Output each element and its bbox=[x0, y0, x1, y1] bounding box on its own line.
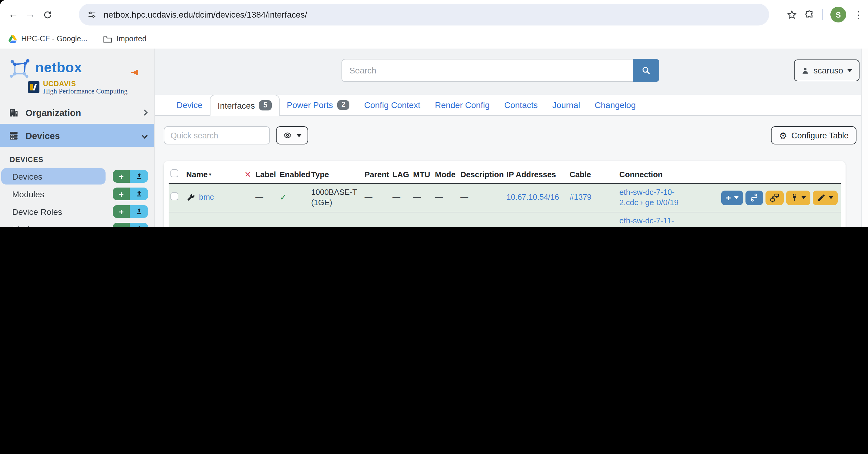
site-info-icon[interactable] bbox=[87, 10, 96, 19]
import-button[interactable] bbox=[130, 205, 148, 218]
disconnect-button[interactable] bbox=[766, 190, 784, 205]
bookmark-imported-folder[interactable]: Imported bbox=[103, 35, 147, 43]
tab-changelog[interactable]: Changelog bbox=[587, 95, 643, 115]
chevron-down-icon bbox=[829, 196, 833, 200]
tab-label: Contacts bbox=[504, 100, 538, 110]
netbox-logo-icon bbox=[10, 58, 30, 79]
cable-connect-button[interactable] bbox=[786, 190, 810, 205]
column-header-enabled[interactable]: Enabled bbox=[278, 164, 309, 183]
browser-menu-icon[interactable]: ⋮ bbox=[854, 9, 863, 20]
trace-icon bbox=[750, 193, 759, 203]
column-header-ip-addresses[interactable]: IP Addresses bbox=[505, 164, 568, 183]
url-text: netbox.hpc.ucdavis.edu/dcim/devices/1384… bbox=[104, 10, 307, 20]
sidebar-item-actions: + bbox=[113, 187, 148, 200]
extensions-icon[interactable] bbox=[804, 9, 815, 20]
back-icon[interactable]: ← bbox=[5, 6, 22, 23]
interface-link[interactable]: bmc bbox=[199, 193, 214, 203]
ip-address-link[interactable]: 10.67.10.54/16 bbox=[506, 193, 559, 202]
tab-interfaces[interactable]: Interfaces5 bbox=[210, 95, 280, 116]
google-drive-icon bbox=[8, 35, 17, 43]
cell-cable: #1379 bbox=[568, 183, 618, 212]
tab-device[interactable]: Device bbox=[169, 95, 210, 115]
column-header-type[interactable]: Type bbox=[309, 164, 363, 183]
netbox-logo[interactable]: netbox UCDAVIS High Performance Computin… bbox=[0, 49, 154, 101]
add-button[interactable]: + bbox=[113, 187, 130, 200]
sidebar-item-platforms[interactable]: Platforms+ bbox=[0, 220, 154, 227]
address-bar[interactable]: netbox.hpc.ucdavis.edu/dcim/devices/1384… bbox=[79, 4, 769, 26]
sidebar-group-organization[interactable]: Organization bbox=[0, 101, 154, 124]
edit-button[interactable] bbox=[813, 190, 838, 205]
tab-content: ⚙ Configure Table Name▾✕LabelEnabledType… bbox=[155, 116, 868, 227]
cell-parent: — bbox=[363, 183, 391, 212]
user-menu-button[interactable]: scaruso bbox=[794, 59, 860, 81]
select-all-checkbox[interactable] bbox=[168, 164, 184, 183]
tab-power-ports[interactable]: Power Ports2 bbox=[279, 95, 356, 115]
sidebar-item-actions: + bbox=[113, 205, 148, 218]
tab-contacts[interactable]: Contacts bbox=[497, 95, 545, 115]
building-icon bbox=[8, 107, 19, 117]
chevron-down-icon bbox=[847, 69, 852, 72]
reload-icon[interactable] bbox=[39, 6, 56, 23]
add-button[interactable]: + bbox=[113, 170, 130, 183]
connection-link[interactable]: eth-sw-dc-7-10-2.cdc › ge-0/0/19 bbox=[619, 187, 678, 207]
add-button[interactable]: + bbox=[113, 223, 130, 227]
sort-caret-icon: ▾ bbox=[209, 172, 211, 177]
column-header-actions bbox=[691, 164, 841, 183]
add-component-button[interactable]: + bbox=[721, 190, 743, 205]
quick-search-input[interactable] bbox=[164, 126, 270, 145]
add-button[interactable]: + bbox=[113, 205, 130, 218]
column-header-label[interactable]: Label bbox=[253, 164, 278, 183]
pin-icon[interactable] bbox=[131, 69, 141, 76]
cell-parent: — bbox=[363, 212, 391, 227]
column-header-mode[interactable]: Mode bbox=[433, 164, 459, 183]
sidebar-group-devices[interactable]: Devices bbox=[0, 124, 154, 147]
star-icon[interactable] bbox=[787, 9, 797, 20]
visibility-toggle-button[interactable] bbox=[276, 126, 308, 145]
search-input[interactable] bbox=[341, 59, 633, 82]
clear-sort-button[interactable]: ✕ bbox=[243, 164, 253, 183]
column-header-cable[interactable]: Cable bbox=[568, 164, 618, 183]
plus-icon: + bbox=[725, 193, 731, 202]
cell-clear bbox=[243, 183, 253, 212]
import-button[interactable] bbox=[130, 187, 148, 200]
cell-label: — bbox=[253, 212, 278, 227]
browser-profile-avatar[interactable]: S bbox=[830, 7, 846, 23]
sidebar-item-device-roles[interactable]: Device Roles+ bbox=[0, 203, 154, 220]
column-header-parent[interactable]: Parent bbox=[363, 164, 391, 183]
cable-link[interactable]: #1379 bbox=[569, 193, 591, 202]
import-button[interactable] bbox=[130, 223, 148, 227]
person-icon bbox=[801, 66, 809, 74]
connection-link[interactable]: eth-sw-dc-7-11-94.cdc (20233004913) › et… bbox=[619, 216, 689, 227]
sidebar-item-label: Device Roles bbox=[0, 207, 113, 216]
cell-description: — bbox=[459, 212, 505, 227]
wrench-icon bbox=[186, 193, 195, 203]
tab-render-config[interactable]: Render Config bbox=[428, 95, 497, 115]
sidebar-item-devices[interactable]: Devices+ bbox=[0, 168, 154, 185]
column-header-connection[interactable]: Connection bbox=[618, 164, 691, 183]
global-search bbox=[341, 59, 659, 82]
row-checkbox[interactable] bbox=[168, 212, 184, 227]
sidebar-item-modules[interactable]: Modules+ bbox=[0, 185, 154, 203]
forward-icon[interactable]: → bbox=[22, 6, 39, 23]
row-actions: + bbox=[693, 190, 839, 205]
sidebar-group-label: Devices bbox=[26, 130, 136, 141]
tab-config-context[interactable]: Config Context bbox=[357, 95, 428, 115]
ucdavis-subtitle: High Performance Computing bbox=[43, 87, 128, 95]
cell-mode: — bbox=[433, 212, 459, 227]
netbox-app: ← → netbox.hpc.ucdavis.edu/dcim/devices/… bbox=[0, 0, 868, 227]
column-header-lag[interactable]: LAG bbox=[391, 164, 411, 183]
bookmark-hpc-cf[interactable]: HPC-CF - Google... bbox=[8, 35, 87, 43]
trace-button[interactable] bbox=[745, 190, 763, 205]
tab-label: Interfaces bbox=[218, 100, 255, 110]
column-header-name[interactable]: Name▾ bbox=[184, 164, 243, 183]
scrollbar[interactable] bbox=[861, 49, 868, 227]
row-checkbox[interactable] bbox=[168, 183, 184, 212]
column-header-mtu[interactable]: MTU bbox=[411, 164, 433, 183]
eye-icon bbox=[283, 131, 292, 140]
search-button[interactable] bbox=[633, 59, 659, 82]
tab-journal[interactable]: Journal bbox=[545, 95, 587, 115]
tab-count-badge: 5 bbox=[259, 100, 272, 111]
import-button[interactable] bbox=[130, 170, 148, 183]
configure-table-button[interactable]: ⚙ Configure Table bbox=[771, 126, 857, 145]
column-header-description[interactable]: Description bbox=[459, 164, 505, 183]
